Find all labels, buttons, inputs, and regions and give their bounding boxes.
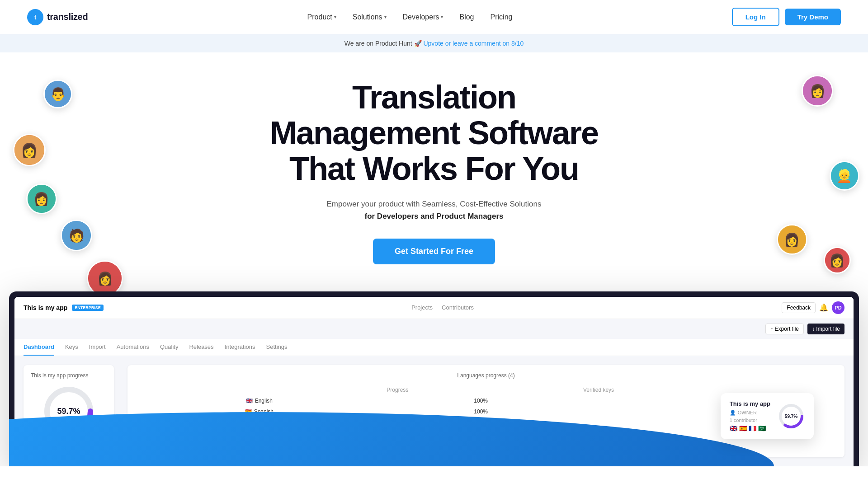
file-actions-bar: ↑ Export file ↓ Import file [14, 319, 854, 339]
chevron-down-icon: ▾ [384, 14, 387, 19]
chevron-down-icon: ▾ [441, 14, 443, 19]
hero-subtitle: Empower your product with Seamless, Cost… [9, 198, 859, 222]
dashboard-top-nav: Projects Contributors [411, 304, 474, 311]
tab-quality[interactable]: Quality [160, 339, 178, 356]
logo[interactable]: t translized [27, 9, 88, 25]
try-demo-button[interactable]: Try Demo [785, 9, 841, 25]
dashboard-preview: This is my app ENTERPRISE Projects Contr… [9, 291, 859, 466]
import-icon: ↓ [812, 326, 816, 332]
feedback-button[interactable]: Feedback [782, 302, 816, 313]
avatar: 👩 [802, 75, 833, 107]
avatar: 👩 [26, 183, 57, 214]
dashboard-tabs: Dashboard Keys Import Automations Qualit… [14, 339, 854, 356]
get-started-button[interactable]: Get Started For Free [373, 239, 495, 264]
tab-import[interactable]: Import [89, 339, 106, 356]
export-icon: ↑ [770, 326, 774, 332]
floating-card-role: 👤 OWNER [730, 410, 770, 416]
avatar: 👩 [824, 247, 851, 274]
user-icon: 👤 [730, 410, 736, 416]
nav-projects[interactable]: Projects [411, 304, 433, 311]
nav-solutions[interactable]: Solutions ▾ [353, 13, 387, 21]
navigation: t translized Product ▾ Solutions ▾ Devel… [0, 0, 868, 34]
tab-integrations[interactable]: Integrations [225, 339, 255, 356]
export-file-button[interactable]: ↑ Export file [765, 324, 804, 334]
bell-icon[interactable]: 🔔 [819, 303, 828, 312]
chevron-down-icon: ▾ [334, 14, 336, 19]
enterprise-badge: ENTERPRISE [72, 305, 104, 311]
hero-section: 👨 👩 👩 🧑 👩 👩 👱 👩 👩 Translation Management… [0, 52, 868, 466]
product-hunt-banner: We are on Product Hunt 🚀 Upvote or leave… [0, 34, 868, 52]
nav-developers[interactable]: Developers ▾ [403, 13, 443, 21]
login-button[interactable]: Log In [732, 8, 779, 26]
logo-text: translized [47, 12, 88, 22]
user-avatar[interactable]: PD [832, 301, 844, 314]
nav-contributors[interactable]: Contributors [442, 304, 474, 311]
dashboard-topbar: This is my app ENTERPRISE Projects Contr… [14, 297, 854, 319]
floating-card-donut: 59.7% [778, 403, 805, 430]
tab-keys[interactable]: Keys [65, 339, 78, 356]
logo-letter: t [34, 14, 37, 21]
nav-pricing[interactable]: Pricing [491, 13, 513, 21]
banner-link[interactable]: Upvote or leave a comment on 8/10 [423, 40, 524, 47]
nav-blog[interactable]: Blog [459, 13, 474, 21]
avatar: 👩 [777, 224, 807, 255]
floating-card: This is my app 👤 OWNER 1 contributor 🇬🇧 … [721, 393, 814, 439]
hero-headline: Translation Management Software That Wor… [231, 80, 637, 187]
floating-card-flags: 🇬🇧 🇪🇸 🇫🇷 🇸🇦 [730, 425, 770, 432]
floating-card-percent: 59.7% [785, 413, 797, 418]
banner-text: We are on Product Hunt 🚀 [344, 40, 422, 47]
tab-automations[interactable]: Automations [117, 339, 149, 356]
import-file-button[interactable]: ↓ Import file [807, 324, 844, 334]
nav-actions: Log In Try Demo [732, 8, 841, 26]
avatar: 👨 [43, 80, 72, 108]
lang-col-name [136, 385, 382, 395]
dashboard-actions: Feedback 🔔 PD [782, 301, 844, 314]
avatar: 🧑 [61, 220, 92, 251]
floating-card-contributors: 1 contributor [730, 418, 770, 423]
logo-icon: t [27, 9, 43, 25]
tab-dashboard[interactable]: Dashboard [24, 339, 54, 356]
tab-settings[interactable]: Settings [266, 339, 288, 356]
nav-links: Product ▾ Solutions ▾ Developers ▾ Blog … [307, 13, 513, 21]
progress-percent: 59.7% [57, 406, 80, 416]
floating-card-title: This is my app [730, 400, 770, 407]
tab-releases[interactable]: Releases [189, 339, 213, 356]
avatar: 👩 [13, 134, 46, 166]
app-name: This is my app ENTERPRISE [24, 304, 104, 311]
nav-product[interactable]: Product ▾ [307, 13, 336, 21]
progress-title: This is my app progress [31, 372, 107, 379]
languages-title: Languages progress (4) [135, 372, 837, 379]
avatar: 👱 [830, 161, 859, 191]
floating-card-info: This is my app 👤 OWNER 1 contributor 🇬🇧 … [730, 400, 770, 432]
lang-col-progress: Progress [383, 385, 579, 395]
